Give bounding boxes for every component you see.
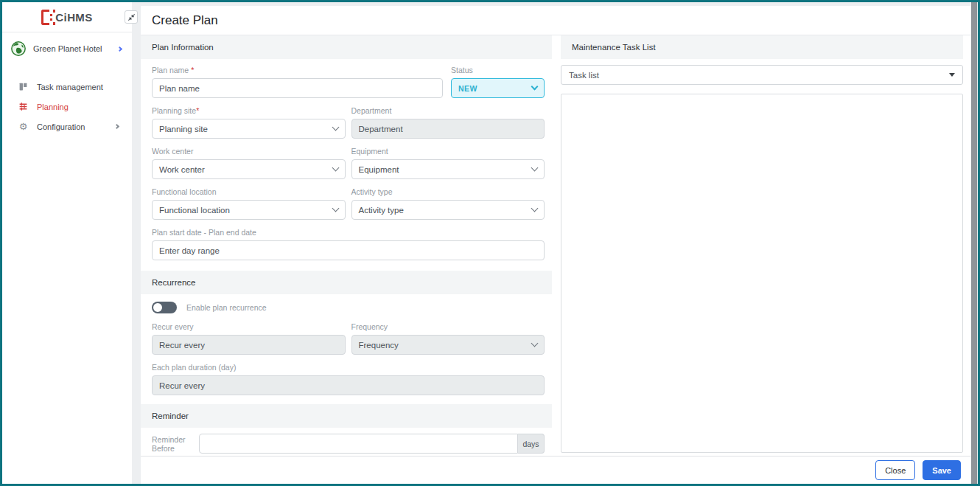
chevron-down-icon [332,205,339,212]
plan-duration-input [152,375,545,395]
planning-site-select[interactable]: Planning site [152,119,346,139]
chevron-down-icon [332,124,339,131]
app-window: CiHMS Green Planet Hotel [0,0,980,486]
page-header: Create Plan [141,6,970,35]
sidebar-item-task-management[interactable]: Task management [2,77,132,97]
sidebar-item-label: Configuration [37,122,85,131]
recur-every-input [152,335,346,355]
activity-type-label: Activity type [351,187,545,196]
recurrence-toggle[interactable] [152,302,177,313]
chevron-right-icon [114,124,119,129]
recurrence-body: Enable plan recurrence Recur every Frequ… [141,294,552,404]
equipment-select[interactable]: Equipment [351,159,545,179]
frequency-placeholder: Frequency [359,341,399,350]
section-maintenance-task-list: Maintenance Task List [561,35,963,59]
cihms-logo-icon [41,10,52,25]
section-recurrence: Recurrence [141,271,552,294]
main-area: Create Plan Plan Information Plan name* … [141,2,970,484]
department-label: Department [351,106,545,115]
plan-duration-label: Each plan duration (day) [152,363,545,372]
page-title: Create Plan [152,13,218,28]
status-select[interactable]: NEW [451,78,545,98]
close-button[interactable]: Close [875,460,915,480]
hotel-name: Green Planet Hotel [33,44,118,53]
date-range-label: Plan start date - Plan end date [152,228,545,237]
gear-icon: ⚙ [18,122,29,131]
chevron-down-icon [332,164,339,172]
planning-icon [18,102,29,111]
activity-type-select[interactable]: Activity type [351,200,545,220]
planning-site-label: Planning site* [152,106,346,115]
reminder-before-label: Reminder Before [152,435,199,453]
chevron-right-icon [117,46,122,51]
logo-text: CiHMS [55,11,92,24]
caret-down-icon [949,73,955,77]
task-list-select[interactable]: Task list [561,65,963,85]
sidebar: CiHMS Green Planet Hotel [2,2,132,484]
plan-information-body: Plan name* Status NEW [141,59,552,271]
sidebar-collapse-button[interactable] [125,10,138,24]
work-center-placeholder: Work center [159,165,205,174]
footer-bar: Close Save [141,456,970,484]
sidebar-item-label: Planning [37,103,69,111]
plan-name-label: Plan name* [152,66,443,74]
sidebar-item-planning[interactable]: Planning [2,97,132,117]
equipment-label: Equipment [351,147,545,156]
functional-location-label: Functional location [152,187,346,196]
sidebar-item-configuration[interactable]: ⚙ Configuration [2,117,132,136]
chevron-down-icon [531,205,539,212]
equipment-placeholder: Equipment [359,165,399,174]
section-plan-information: Plan Information [141,35,552,59]
chevron-down-icon [531,83,539,91]
toggle-knob [153,303,162,312]
frequency-label: Frequency [351,322,545,331]
logo-bar: CiHMS [2,2,132,32]
department-input [351,119,545,139]
days-suffix: days [518,434,545,454]
chevron-down-icon [531,340,539,347]
plan-form-column: Plan Information Plan name* Status NEW [141,35,552,456]
task-list-placeholder: Task list [569,71,599,80]
sidebar-menu: Task management Planning ⚙ Configuration [2,65,132,136]
section-reminder: Reminder [141,404,552,428]
status-label: Status [451,66,545,74]
scrollbar-thumb[interactable] [971,2,977,484]
recurrence-toggle-label: Enable plan recurrence [186,303,267,312]
globe-icon [10,41,27,57]
reminder-before-input[interactable] [199,434,518,454]
work-center-label: Work center [152,147,346,156]
functional-location-placeholder: Functional location [159,206,230,215]
task-list-empty-box [561,94,963,453]
chevron-down-icon [531,164,539,172]
frequency-select: Frequency [351,335,545,355]
hotel-selector[interactable]: Green Planet Hotel [2,32,132,65]
save-button[interactable]: Save [923,460,961,480]
work-center-select[interactable]: Work center [152,159,346,179]
task-management-icon [18,82,29,91]
status-value: NEW [458,84,477,93]
date-range-input[interactable] [152,240,545,260]
sidebar-item-label: Task management [37,83,103,91]
collapse-arrows-icon [127,13,136,21]
task-list-column: Maintenance Task List Task list [561,35,963,456]
plan-name-input[interactable] [152,78,443,98]
activity-type-placeholder: Activity type [359,206,404,215]
content: Plan Information Plan name* Status NEW [141,35,970,456]
recur-every-label: Recur every [152,322,346,331]
planning-site-placeholder: Planning site [159,125,208,133]
scrollbar[interactable] [970,2,978,484]
cihms-logo: CiHMS [41,10,92,25]
functional-location-select[interactable]: Functional location [152,200,346,220]
